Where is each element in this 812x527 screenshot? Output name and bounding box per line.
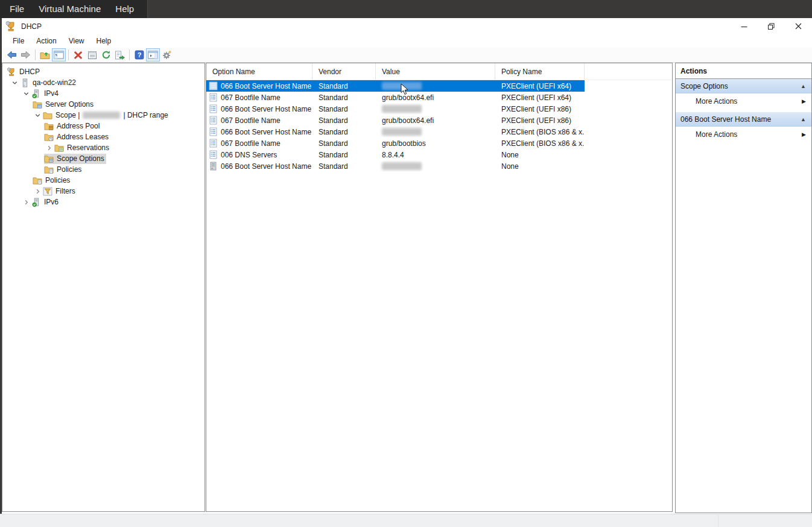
show-action-pane-button[interactable] [146, 48, 160, 62]
up-one-level-button[interactable] [38, 48, 52, 62]
cell-policy: None [495, 160, 585, 172]
toolbar-separator [68, 49, 69, 60]
gear-icon [162, 50, 173, 60]
menu-view[interactable]: View [63, 36, 90, 46]
table-row[interactable]: 066 Boot Server Host Name Standard PXECl… [206, 103, 585, 115]
tree-item-address-leases[interactable]: Address Leases [2, 131, 205, 142]
cell-policy: PXEClient (BIOS x86 & x... [495, 126, 585, 137]
tree-item-server-options[interactable]: Server Options [2, 99, 205, 110]
tree-item-ipv4-policies[interactable]: Policies [2, 175, 205, 186]
actions-section-066-boot-server[interactable]: 066 Boot Server Host Name ▲ [676, 112, 811, 127]
close-button[interactable] [785, 18, 812, 34]
up-one-level-icon [40, 51, 50, 60]
tree-item-address-pool[interactable]: Address Pool [2, 121, 205, 131]
more-actions-066-boot-server[interactable]: More Actions ▶ [676, 127, 811, 142]
collapse-icon: ▲ [801, 116, 806, 122]
svg-text:?: ? [137, 51, 141, 58]
table-row[interactable]: 067 Bootfile Name Standard grub/bootx64.… [206, 92, 585, 103]
toolbar-separator [129, 49, 130, 60]
cell-policy: PXEClient (BIOS x86 & x... [495, 137, 585, 149]
vm-menu-virtual-machine[interactable]: Virtual Machine [31, 0, 108, 18]
more-actions-scope-options[interactable]: More Actions ▶ [676, 93, 811, 109]
expander-collapsed-icon[interactable] [44, 145, 54, 151]
expander-collapsed-icon[interactable] [33, 188, 43, 195]
option-item-icon [209, 127, 218, 136]
cell-option: 066 Boot Server Host Name [221, 128, 311, 136]
tree-item-scope-policies[interactable]: Policies [2, 164, 205, 175]
menu-help[interactable]: Help [90, 36, 118, 46]
table-row[interactable]: 066 Boot Server Host Name Standard PXECl… [206, 80, 585, 92]
cell-option: 067 Bootfile Name [221, 116, 281, 125]
tree-item-filters[interactable]: Filters [2, 186, 205, 197]
mouse-cursor [401, 83, 409, 95]
menu-file[interactable]: File [7, 36, 30, 46]
tree-item-reservations[interactable]: Reservations [2, 142, 205, 153]
cell-policy: PXEClient (UEFI x64) [495, 80, 585, 92]
submenu-arrow-icon: ▶ [802, 98, 806, 104]
table-row[interactable]: 066 Boot Server Host Name Standard None [206, 160, 585, 172]
vm-menu-help[interactable]: Help [108, 0, 141, 18]
actions-pane: Actions Scope Options ▲ More Actions ▶ 0… [675, 63, 812, 513]
menu-action[interactable]: Action [30, 36, 62, 46]
cell-value: 8.8.4.4 [376, 149, 495, 160]
window-titlebar: DHCP [2, 18, 812, 34]
help-button[interactable]: ? [132, 48, 146, 62]
tree-label: Policies [45, 176, 70, 185]
minimize-icon [740, 22, 748, 30]
actions-section-title: Scope Options [680, 82, 728, 90]
tree-item-ipv6[interactable]: IPv6 [2, 197, 205, 207]
expander-collapsed-icon[interactable] [21, 199, 31, 206]
tree-item-server[interactable]: qa-odc-win22 [2, 77, 205, 88]
configure-button[interactable] [160, 48, 174, 62]
cell-option: 006 DNS Servers [221, 151, 277, 159]
refresh-icon [101, 50, 111, 60]
tree-item-ipv4[interactable]: IPv4 [2, 88, 205, 99]
option-item-icon [209, 81, 218, 90]
refresh-button[interactable] [99, 48, 113, 62]
minimize-button[interactable] [731, 18, 758, 34]
table-row[interactable]: 067 Bootfile Name Standard grub/bootbios… [206, 137, 585, 149]
tree-item-scope-options[interactable]: Scope Options [2, 153, 205, 164]
properties-button[interactable] [85, 48, 99, 62]
vm-menu-file[interactable]: File [2, 0, 31, 18]
cell-vendor: Standard [312, 92, 376, 103]
cell-option: 067 Bootfile Name [221, 139, 281, 148]
cell-policy: None [495, 149, 585, 160]
tree-item-scope[interactable]: Scope | | DHCP range [2, 110, 205, 121]
dhcp-app-icon [5, 21, 16, 32]
export-list-button[interactable] [113, 48, 127, 62]
actions-section-scope-options[interactable]: Scope Options ▲ [676, 79, 811, 93]
option-item-icon [209, 116, 218, 125]
server-icon [20, 78, 30, 87]
restore-icon [767, 22, 775, 30]
back-button[interactable] [5, 48, 19, 62]
column-header-value[interactable]: Value [376, 63, 495, 80]
cell-policy: PXEClient (UEFI x86) [495, 103, 585, 115]
list-header: Option Name Vendor Value Policy Name [206, 63, 672, 80]
tree-label: IPv6 [44, 198, 59, 206]
restore-button[interactable] [758, 18, 785, 34]
expander-expanded-icon[interactable] [33, 112, 43, 119]
expander-expanded-icon[interactable] [10, 80, 20, 86]
status-strip-divider [718, 515, 718, 527]
actions-pane-title: Actions [676, 63, 811, 79]
expander-expanded-icon[interactable] [21, 90, 31, 97]
action-pane-icon [148, 51, 158, 59]
table-row[interactable]: 066 Boot Server Host Name Standard PXECl… [206, 126, 585, 137]
scope-options-icon [44, 154, 54, 163]
option-server-icon [209, 162, 218, 171]
delete-button[interactable] [71, 48, 85, 62]
table-row[interactable]: 067 Bootfile Name Standard grub/bootx64.… [206, 115, 585, 126]
toolbar-separator [35, 49, 36, 60]
console-tree-icon [54, 51, 64, 59]
column-header-vendor[interactable]: Vendor [312, 63, 376, 80]
cell-vendor: Standard [312, 149, 376, 160]
table-row[interactable]: 006 DNS Servers Standard 8.8.4.4 None [206, 149, 585, 160]
forward-button[interactable] [19, 48, 33, 62]
show-console-tree-button[interactable] [52, 48, 66, 62]
column-header-option-name[interactable]: Option Name [206, 63, 312, 80]
tree-item-dhcp-root[interactable]: DHCP [2, 66, 205, 77]
column-header-policy-name[interactable]: Policy Name [495, 63, 585, 80]
reservations-icon [54, 144, 64, 153]
export-list-icon [115, 51, 125, 60]
